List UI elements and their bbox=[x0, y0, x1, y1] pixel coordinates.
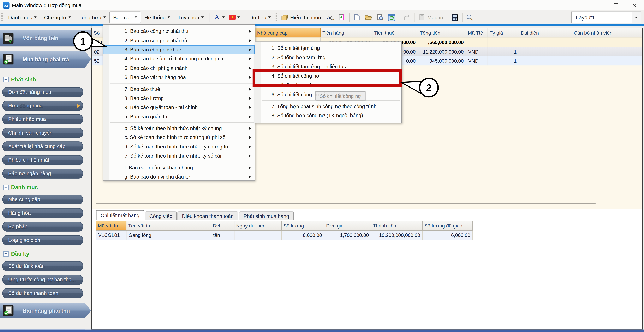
column-header-so-luong-da-giao[interactable]: Số lượng đã giao bbox=[422, 221, 472, 230]
sidebar-item-hop-dong-mua[interactable]: Hợp đồng mua bbox=[2, 101, 83, 110]
column-header-don-gia[interactable]: Đơn giá bbox=[324, 221, 371, 230]
column-header-ngay-du-kien[interactable]: Ngày dự kiến bbox=[234, 221, 282, 230]
collapse-icon[interactable] bbox=[3, 251, 8, 256]
menu-item[interactable]: f. Báo cáo quản lý khách hàng bbox=[103, 163, 254, 172]
show-group-button[interactable]: Hiển thị nhóm bbox=[279, 12, 324, 23]
group-expand-icon[interactable] bbox=[94, 40, 99, 45]
menu-item[interactable]: g. Báo cáo đơn vị chủ đầu tư bbox=[103, 172, 254, 182]
menu-item[interactable]: a. Báo cáo quản trị bbox=[103, 112, 254, 121]
sidebar-item-so-du-tai-khoan[interactable]: Số dư tài khoản bbox=[2, 261, 83, 271]
menu-item[interactable]: 6. Báo cáo vật tư hàng hóa bbox=[103, 73, 254, 82]
menu-item[interactable]: c. Sổ kế toán theo hình thức chứng từ gh… bbox=[103, 133, 254, 142]
minimize-button[interactable] bbox=[587, 0, 606, 10]
menu-item[interactable]: 2. Báo cáo công nợ phải trả bbox=[103, 36, 254, 45]
column-header-so-luong[interactable]: Số lượng bbox=[282, 221, 324, 230]
toolbar-grip[interactable] bbox=[1, 13, 3, 21]
column-header-nha-cung-cap[interactable]: Nhà cung cấp bbox=[256, 29, 321, 38]
sidebar-item-ung-truoc-cong-no[interactable]: Ứng trước công nợ hạn tha... bbox=[2, 275, 83, 284]
menu-du-lieu[interactable]: Dữ liệu bbox=[246, 12, 274, 23]
menu-item[interactable]: d. Sổ kế toán theo hình thức nhật ký chứ… bbox=[103, 142, 254, 151]
find-font-button[interactable]: A bbox=[325, 12, 336, 23]
navigation-sidebar: Vốn bằng tiền Mua hàng phải trả Phát sin… bbox=[0, 25, 92, 329]
chevron-down-icon bbox=[201, 17, 204, 18]
column-header-thanh-tien[interactable]: Thành tiền bbox=[371, 221, 423, 230]
menu-item[interactable]: 7. Báo cáo thuế bbox=[103, 84, 254, 94]
column-header-ma-tte[interactable]: Mã Ttệ bbox=[466, 29, 488, 38]
tooltip: Sổ chi tiết công nợ bbox=[316, 91, 365, 100]
new-document-button[interactable] bbox=[351, 12, 363, 23]
collapse-icon[interactable] bbox=[3, 77, 8, 82]
tab-chi-tiet-mat-hang[interactable]: Chi tiết mặt hàng bbox=[96, 210, 144, 220]
sidebar-item-bo-phan[interactable]: Bộ phận bbox=[2, 222, 83, 231]
sidebar-item-xuat-tra-lai-nha-cung-cap[interactable]: Xuất trả lại nhà cung cấp bbox=[2, 141, 83, 151]
print-template-button[interactable]: Mẫu in bbox=[416, 12, 445, 23]
column-header-so[interactable]: Số bbox=[92, 29, 103, 38]
font-button[interactable]: A bbox=[211, 12, 227, 23]
menu-item[interactable]: 7. Tổng hợp phát sinh công nợ theo công … bbox=[255, 102, 401, 111]
column-header-ten-vat-tu[interactable]: Tên vật tư bbox=[126, 221, 211, 230]
sidebar-item-phieu-chi-tien-mat[interactable]: Phiếu chi tiền mặt bbox=[2, 155, 83, 165]
column-header-tong-tien[interactable]: Tổng tiền bbox=[418, 29, 466, 38]
print-preview-button[interactable] bbox=[374, 12, 386, 23]
sidebar-item-nha-cung-cap[interactable]: Nhà cung cấp bbox=[2, 195, 83, 204]
menu-item[interactable]: 4. Báo cáo tài sản cố định, công cụ dụng… bbox=[103, 54, 254, 64]
column-header-can-bo-nhan-vien[interactable]: Cán bộ nhân viên bbox=[572, 29, 642, 38]
sidebar-item-don-dat-hang-mua[interactable]: Đơn đặt hàng mua bbox=[2, 87, 83, 97]
menu-danh-muc[interactable]: Danh mục bbox=[4, 12, 40, 23]
sidebar-module-ban-hang-phai-thu[interactable]: Bán hàng phải thu bbox=[0, 303, 91, 318]
refresh-button[interactable] bbox=[386, 12, 398, 23]
tab-cong-viec[interactable]: Công việc bbox=[145, 211, 177, 220]
sidebar-item-so-du-han-thanh-toan[interactable]: Số dư hạn thanh toán bbox=[2, 288, 83, 298]
menu-item[interactable]: 2. Sổ tổng hợp tạm ứng bbox=[255, 53, 401, 62]
open-button[interactable] bbox=[363, 12, 374, 23]
menu-tuy-chon[interactable]: Tùy chọn bbox=[174, 12, 208, 23]
sidebar-item-hang-hoa[interactable]: Hàng hóa bbox=[2, 208, 83, 218]
sidebar-section-phat-sinh[interactable]: Phát sinh bbox=[3, 76, 91, 83]
collapse-icon[interactable] bbox=[3, 185, 8, 190]
menu-chung-tu[interactable]: Chứng từ bbox=[40, 12, 75, 23]
maximize-button[interactable] bbox=[606, 0, 625, 10]
sidebar-section-danh-muc[interactable]: Danh mục bbox=[3, 184, 91, 190]
close-button[interactable] bbox=[625, 0, 644, 10]
menu-he-thong[interactable]: Hệ thống bbox=[141, 12, 174, 23]
combobox-dropdown-button[interactable] bbox=[632, 12, 641, 23]
search-button[interactable] bbox=[464, 12, 476, 23]
column-header-tien-thue[interactable]: Tiền thuế bbox=[372, 29, 418, 38]
menu-item[interactable]: 8. Báo cáo lương bbox=[103, 94, 254, 103]
submenu-arrow-icon bbox=[249, 127, 251, 130]
new-document-icon bbox=[353, 14, 361, 21]
language-button[interactable]: ★ bbox=[227, 12, 242, 23]
sidebar-module-von-bang-tien[interactable]: Vốn bằng tiền bbox=[0, 30, 91, 46]
splitter-handle[interactable] bbox=[96, 203, 596, 204]
menu-item-bao-cao-cong-no-khac[interactable]: 3. Báo cáo công nợ khác bbox=[103, 45, 254, 54]
sidebar-item-chi-phi-van-chuyen[interactable]: Chi phí vận chuyển bbox=[2, 128, 83, 138]
column-header-ma-vat-tu[interactable]: Mã vật tư bbox=[96, 221, 126, 230]
menu-item[interactable]: 1. Sổ chi tiết tạm ứng bbox=[255, 44, 401, 53]
sidebar-section-dau-ky[interactable]: Đầu kỳ bbox=[3, 251, 91, 257]
menu-item[interactable]: 9. Báo cáo quyết toán - tài chính bbox=[103, 103, 254, 112]
toolbar-grip[interactable] bbox=[276, 13, 277, 21]
menu-item[interactable]: 5. Báo cáo chi phí giá thành bbox=[103, 64, 254, 73]
table-row[interactable]: VLCGL01 Gang lỏng tấn 6,000.00 1,700,000… bbox=[96, 231, 473, 240]
tab-dieu-khoan-thanh-toan[interactable]: Điều khoản thanh toán bbox=[178, 211, 238, 220]
column-header-ty-gia[interactable]: Tỷ giá bbox=[488, 29, 519, 38]
export-button[interactable] bbox=[336, 12, 348, 23]
sidebar-module-mua-hang-phai-tra[interactable]: Mua hàng phải trả bbox=[0, 51, 91, 68]
column-header-dai-dien[interactable]: Đại diện bbox=[519, 29, 572, 38]
menu-item[interactable]: b. Sổ kế toán theo hình thức nhật ký chu… bbox=[103, 124, 254, 133]
menu-tong-hop[interactable]: Tổng hợp bbox=[75, 12, 110, 23]
calculator-button[interactable] bbox=[449, 12, 460, 23]
sidebar-item-bao-no-ngan-hang[interactable]: Báo nợ ngân hàng bbox=[2, 169, 83, 179]
menu-item[interactable]: e. Sổ kế toán theo hình thức nhật ký sổ … bbox=[103, 151, 254, 161]
redo-button[interactable] bbox=[401, 12, 412, 23]
sidebar-item-loai-giao-dich[interactable]: Loại giao dịch bbox=[2, 235, 83, 245]
tab-phat-sinh-mua-hang[interactable]: Phát sinh mua hàng bbox=[239, 211, 294, 220]
items-grid-header: Mã vật tư Tên vật tư Đvt Ngày dự kiến Số… bbox=[96, 221, 473, 231]
column-header-tien-hang[interactable]: Tiền hàng bbox=[321, 29, 373, 38]
menu-item[interactable]: 1. Báo cáo công nợ phải thu bbox=[103, 27, 254, 36]
column-header-dvt[interactable]: Đvt bbox=[211, 221, 234, 230]
menu-bao-cao[interactable]: Báo cáo bbox=[110, 12, 141, 23]
layout-combobox[interactable]: Layout1 bbox=[571, 12, 641, 24]
menu-item[interactable]: 8. Sổ tổng hợp công nợ (TK ngoài bảng) bbox=[255, 111, 401, 120]
sidebar-item-phieu-nhap-mua[interactable]: Phiếu nhập mua bbox=[2, 114, 83, 124]
